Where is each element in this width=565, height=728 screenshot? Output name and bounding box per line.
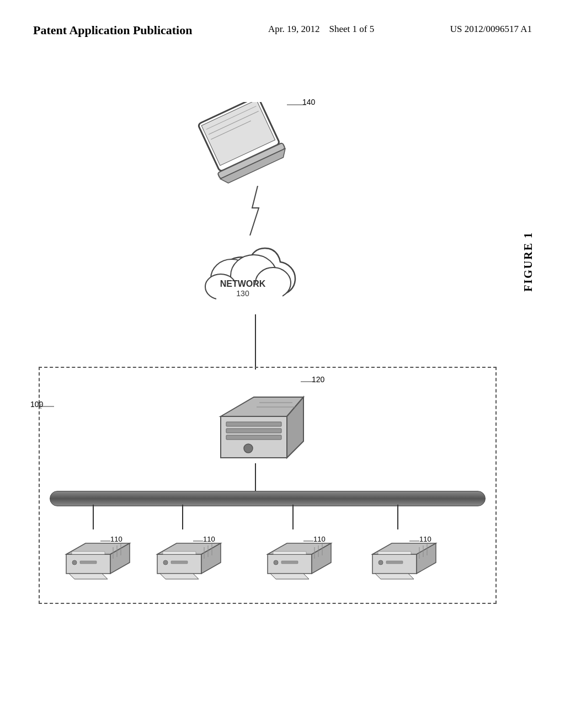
bus-to-printer2-line <box>182 505 183 529</box>
bus-to-printer3-line <box>292 505 294 529</box>
svg-rect-20 <box>226 422 281 426</box>
server-to-bus-line <box>255 463 256 494</box>
svg-rect-70 <box>378 552 411 554</box>
svg-marker-56 <box>270 574 309 579</box>
server-device-120 <box>199 372 309 466</box>
patent-number: US 2012/0096517 A1 <box>450 22 532 36</box>
svg-marker-67 <box>375 574 414 579</box>
svg-rect-69 <box>386 561 403 564</box>
svg-line-15 <box>39 404 41 406</box>
server-svg <box>199 372 309 466</box>
ref-arrow-110-2 <box>193 538 204 544</box>
svg-point-23 <box>244 444 253 453</box>
laptop-device-140 <box>182 102 303 196</box>
svg-line-16 <box>39 406 41 409</box>
svg-text:130: 130 <box>236 289 249 298</box>
ref-arrow-100 <box>39 403 55 411</box>
svg-marker-45 <box>160 574 199 579</box>
ref-arrow-110-3 <box>303 538 315 544</box>
publication-type: Patent Application Publication <box>33 22 192 39</box>
svg-rect-59 <box>273 552 306 554</box>
cloud-to-server-line <box>255 314 256 370</box>
svg-rect-47 <box>171 561 188 564</box>
page-header: Patent Application Publication Apr. 19, … <box>0 0 565 39</box>
cloud-network-130: NETWORK 130 <box>188 234 298 317</box>
svg-rect-36 <box>80 561 97 564</box>
laptop-svg <box>182 102 303 196</box>
ref-arrow-110-4 <box>409 538 420 544</box>
svg-rect-21 <box>226 429 281 433</box>
cloud-svg: NETWORK 130 <box>188 234 298 317</box>
svg-rect-37 <box>72 552 105 554</box>
svg-rect-48 <box>163 552 196 554</box>
ref-arrow-120 <box>301 378 315 386</box>
ref-label-110-2: 110 <box>203 535 215 543</box>
svg-point-68 <box>379 560 383 565</box>
ref-label-110-1: 110 <box>110 535 122 543</box>
svg-rect-58 <box>281 561 298 564</box>
ref-arrow-110-1 <box>100 538 111 544</box>
ref-label-110-4: 110 <box>419 535 431 543</box>
network-bus <box>50 491 486 506</box>
bus-to-printer4-line <box>397 505 398 529</box>
svg-point-57 <box>274 560 278 565</box>
svg-text:NETWORK: NETWORK <box>220 279 266 288</box>
svg-rect-22 <box>226 435 281 440</box>
bus-to-printer1-line <box>93 505 94 529</box>
date-sheet: Apr. 19, 2012 Sheet 1 of 5 <box>268 22 374 36</box>
svg-point-35 <box>72 560 77 565</box>
svg-marker-34 <box>69 574 108 579</box>
ref-label-110-3: 110 <box>313 535 326 543</box>
wireless-signal <box>246 186 268 235</box>
svg-point-46 <box>163 560 168 565</box>
diagram-area: 140 <box>0 85 565 692</box>
